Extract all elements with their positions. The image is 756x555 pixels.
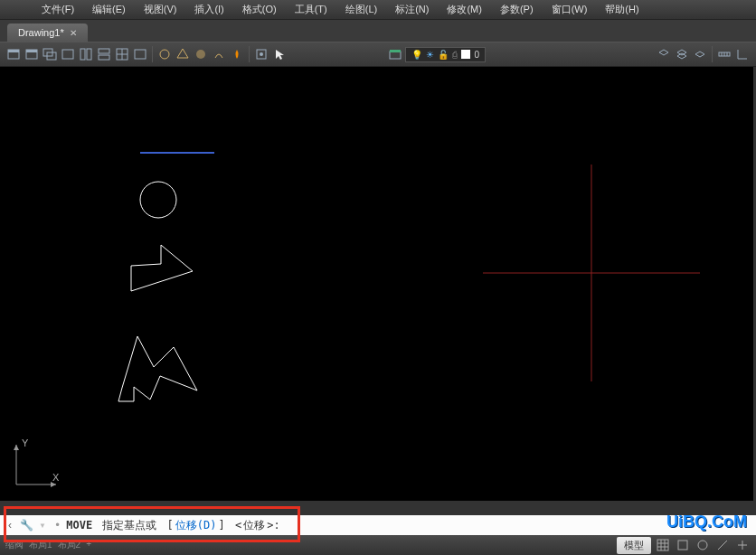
render-icon-4[interactable] <box>211 46 227 62</box>
command-text: • MOVE 指定基点或 [ 位移(D) ] <位移>: <box>54 518 280 533</box>
menu-format[interactable]: 格式(O) <box>237 1 282 18</box>
menu-dimension[interactable]: 标注(N) <box>390 1 434 18</box>
cursor-icon[interactable] <box>271 46 288 62</box>
watermark: UiBQ.CoM <box>666 513 747 531</box>
svg-marker-32 <box>14 445 19 450</box>
layer-name: 0 <box>474 50 479 60</box>
window-icon-6[interactable] <box>114 46 130 62</box>
layer-prev-icon[interactable] <box>692 46 708 62</box>
lightbulb-icon: 💡 <box>411 50 422 60</box>
ucs-indicator: Y X <box>9 437 63 492</box>
model-tab[interactable]: 模型 <box>617 537 651 554</box>
svg-rect-3 <box>26 50 37 52</box>
status-item-2[interactable]: 布局1 <box>29 539 52 551</box>
menu-insert[interactable]: 插入(I) <box>189 1 229 18</box>
settings-icon[interactable] <box>253 46 269 62</box>
command-marker: • <box>54 519 61 531</box>
measure-icon[interactable] <box>716 46 732 62</box>
menu-edit[interactable]: 编辑(E) <box>87 1 131 18</box>
close-icon[interactable]: ✕ <box>70 28 77 38</box>
crosshair-cursor <box>483 165 700 381</box>
chevron-left-icon[interactable]: ‹ <box>4 519 16 531</box>
canvas-svg <box>0 67 753 501</box>
new-window-icon[interactable] <box>5 46 22 62</box>
svg-rect-10 <box>99 55 109 60</box>
render-icon-3[interactable] <box>193 46 209 62</box>
grid-icon[interactable] <box>655 537 671 553</box>
svg-rect-34 <box>657 540 668 550</box>
layer-color <box>461 50 470 59</box>
svg-rect-7 <box>80 49 85 60</box>
menu-modify[interactable]: 修改(M) <box>441 1 487 18</box>
drawn-polygon-2 <box>118 336 197 401</box>
flame-icon[interactable] <box>229 46 245 62</box>
menu-tools[interactable]: 工具(T) <box>289 1 333 18</box>
chevron-down-icon[interactable]: ▼ <box>36 519 49 531</box>
ucs-x-label: X <box>52 472 59 483</box>
svg-rect-9 <box>99 49 109 53</box>
layer-dropdown[interactable]: 💡 ☀ 🔓 ⎙ 0 <box>405 47 486 62</box>
ucs-icon[interactable] <box>734 46 751 62</box>
snap-icon[interactable] <box>675 537 691 553</box>
menu-view[interactable]: 视图(V) <box>138 1 183 18</box>
window-icon-4[interactable] <box>78 46 94 62</box>
ucs-y-label: Y <box>22 437 28 448</box>
separator <box>249 46 250 62</box>
svg-point-40 <box>698 541 707 550</box>
menu-draw[interactable]: 绘图(L) <box>340 1 383 18</box>
svg-point-15 <box>160 50 169 59</box>
command-option[interactable]: 位移(D) <box>175 518 217 533</box>
separator <box>152 46 153 62</box>
layer-filter-icon[interactable] <box>674 46 690 62</box>
wrench-icon[interactable]: 🔧 <box>20 519 33 531</box>
render-icon-2[interactable] <box>175 46 191 62</box>
status-item-1[interactable]: 缩阀 <box>5 539 24 551</box>
tab-label: Drawing1* <box>18 27 64 38</box>
window-icon-3[interactable] <box>60 46 76 62</box>
drawing-canvas[interactable]: Y X <box>0 67 753 501</box>
window-icon-5[interactable] <box>96 46 112 62</box>
svg-rect-6 <box>62 50 73 59</box>
separator <box>712 46 713 62</box>
menu-parametric[interactable]: 参数(P) <box>495 1 539 18</box>
render-icon[interactable] <box>156 46 173 62</box>
menu-help[interactable]: 帮助(H) <box>600 1 644 18</box>
svg-marker-16 <box>177 49 188 58</box>
drawn-polygon-1 <box>131 245 193 291</box>
command-name: MOVE <box>66 519 92 531</box>
status-icon[interactable] <box>695 537 711 553</box>
command-line[interactable]: ‹ 🔧 ▼ • MOVE 指定基点或 [ 位移(D) ] <位移>: <box>0 515 756 535</box>
lock-icon: 🔓 <box>438 50 449 60</box>
window-icon-7[interactable] <box>132 46 148 62</box>
status-item-3[interactable]: 布局2 <box>58 539 81 551</box>
svg-rect-39 <box>678 541 687 550</box>
layer-manager-icon[interactable] <box>387 46 403 62</box>
svg-rect-1 <box>8 50 19 52</box>
window-icon[interactable] <box>24 46 40 62</box>
layer-states-icon[interactable] <box>656 46 672 62</box>
svg-rect-20 <box>390 52 401 59</box>
sun-icon: ☀ <box>426 50 434 60</box>
svg-rect-14 <box>135 50 146 59</box>
status-icon-3[interactable] <box>734 537 751 553</box>
menu-bar: 文件(F) 编辑(E) 视图(V) 插入(I) 格式(O) 工具(T) 绘图(L… <box>0 0 756 20</box>
drawn-circle <box>140 182 176 218</box>
window-icon-2[interactable] <box>42 46 58 62</box>
tab-drawing1[interactable]: Drawing1* ✕ <box>7 24 88 42</box>
print-icon: ⎙ <box>452 50 458 60</box>
status-icon-2[interactable] <box>714 537 731 553</box>
status-bar: 缩阀 布局1 布局2 + 模型 <box>0 535 756 555</box>
svg-rect-8 <box>87 49 91 60</box>
svg-rect-21 <box>390 50 401 52</box>
svg-point-17 <box>196 50 205 59</box>
add-layout-icon[interactable]: + <box>86 539 91 551</box>
menu-file[interactable]: 文件(F) <box>36 1 80 18</box>
menu-window[interactable]: 窗口(W) <box>546 1 593 18</box>
document-tabs: Drawing1* ✕ <box>0 20 756 42</box>
svg-line-41 <box>718 541 727 550</box>
command-prompt: 指定基点或 <box>102 518 156 533</box>
toolbar: 💡 ☀ 🔓 ⎙ 0 <box>0 42 756 67</box>
svg-point-19 <box>260 52 263 56</box>
